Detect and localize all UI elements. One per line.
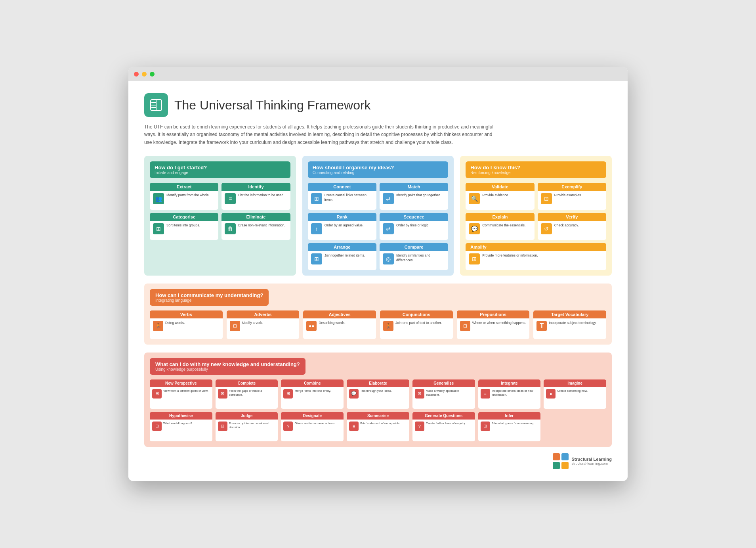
item-text: Order by an agreed value.	[325, 223, 364, 228]
initiate-header: How do I get started? Initiate and engag…	[150, 161, 290, 178]
list-item: Connect ⊞ Create causal links between it…	[308, 183, 376, 210]
know-text: Brief statement of main points.	[360, 422, 400, 426]
list-item: Conjunctions 🚶 Join one part of text to …	[380, 310, 453, 339]
know-body: ⊡ Form an opinion or considered decision…	[216, 420, 278, 441]
know-label: Hypothesise	[150, 412, 212, 420]
know-label: Designate	[281, 412, 344, 420]
item-body: ↑ Order by an agreed value.	[308, 221, 376, 240]
language-sub: Integrating language	[155, 298, 263, 303]
item-text: Join one part of text to another.	[395, 321, 442, 326]
lang-body: T Incorporate subject terminology.	[533, 318, 606, 339]
know-body: ⊞ View from a different point of view.	[150, 387, 212, 409]
language-section: How can I communicate my understanding? …	[144, 284, 612, 345]
initiate-section: How do I get started? Initiate and engag…	[144, 156, 296, 276]
list-item: Hypothesise ⊞ What would happen if...	[150, 412, 212, 441]
svg-rect-6	[561, 453, 569, 460]
know-body: ● Create something new.	[544, 387, 606, 409]
list-item: Adverbs ⊡ Modify a verb.	[227, 310, 300, 339]
svg-rect-7	[553, 462, 560, 469]
match-icon: ⇄	[383, 193, 394, 204]
close-button[interactable]	[134, 72, 139, 77]
item-text: Create causal links between items.	[325, 193, 373, 203]
item-body: 👥 Identify parts from the whole.	[150, 191, 218, 210]
verbs-icon: 🏃	[153, 321, 163, 331]
know-body: ? Create further lines of enquiry.	[412, 420, 475, 441]
sequence-icon: ⇄	[383, 223, 394, 234]
maximize-button[interactable]	[150, 72, 155, 77]
amplify-item: Amplify ⊞ Provide more features or infor…	[466, 243, 606, 270]
identify-icon: ≡	[225, 193, 236, 204]
know-body: ⊞ What would happen if...	[150, 420, 212, 441]
item-text: Identify similarities and differences.	[396, 253, 445, 263]
list-item: Target Vocabulary T Incorporate subject …	[533, 310, 606, 339]
lang-label: Verbs	[150, 310, 223, 318]
know-label: Elaborate	[347, 379, 409, 387]
know-label: Summarise	[347, 412, 409, 420]
validate-icon: 🔍	[469, 193, 480, 204]
know-header: How do I know this? Reinforcing knowledg…	[466, 161, 606, 178]
list-item: Compare ◎ Identify similarities and diff…	[380, 243, 448, 270]
lang-label: Prepositions	[457, 310, 530, 318]
item-label: Explain	[466, 213, 534, 221]
item-label: Extract	[150, 183, 218, 191]
item-label: Rank	[308, 213, 376, 221]
item-label: Verify	[538, 213, 606, 221]
knowledge-header: What can I do with my new knowledge and …	[150, 358, 305, 375]
perspective-icon: ⊞	[152, 389, 162, 399]
organise-header: How should I organise my ideas? Connecti…	[308, 161, 449, 178]
elaborate-icon: 💬	[349, 389, 359, 399]
know-label: Generalise	[412, 379, 475, 387]
list-item: Match ⇄ Identify pairs that go together.	[380, 183, 448, 210]
titlebar	[128, 67, 628, 81]
page-header: The Universal Thinking Framework	[144, 93, 612, 117]
item-body: ◎ Identify similarities and differences.	[380, 251, 448, 270]
list-item: Infer ⊞ Educated guess from reasoning.	[478, 412, 541, 441]
vocabulary-icon: T	[536, 321, 547, 331]
list-item: Summarise ≡ Brief statement of main poin…	[347, 412, 409, 441]
knowledge-row1: New Perspective ⊞ View from a different …	[150, 379, 606, 409]
knowledge-sub: Using knowledge purposefully	[155, 367, 300, 372]
know-label: Complete	[216, 379, 278, 387]
item-body: ⇄ Identify pairs that go together.	[380, 191, 448, 210]
list-item: Arrange ⊞ Join together related items.	[308, 243, 376, 270]
know-text: Talk through your ideas.	[360, 389, 392, 393]
framework-grid: How do I get started? Initiate and engag…	[144, 156, 612, 276]
item-text: Modify a verb.	[242, 321, 263, 326]
combine-icon: ⊞	[283, 389, 293, 399]
list-item: Explain 💬 Communicate the essentials.	[466, 213, 534, 240]
list-item: Designate ? Give a section a name or ter…	[281, 412, 344, 441]
know-label: Combine	[281, 379, 344, 387]
prepositions-icon: ⊡	[460, 321, 470, 331]
item-label: Sequence	[380, 213, 448, 221]
item-text: Identify pairs that go together.	[396, 193, 441, 198]
item-label: Exemplify	[538, 183, 606, 191]
arrange-icon: ⊞	[311, 253, 322, 264]
minimize-button[interactable]	[142, 72, 147, 77]
list-item: Prepositions ⊡ Where or when something h…	[457, 310, 530, 339]
lang-label: Target Vocabulary	[533, 310, 606, 318]
infer-icon: ⊞	[481, 422, 490, 431]
item-label: Match	[380, 183, 448, 191]
summarise-icon: ≡	[349, 422, 359, 431]
extract-icon: 👥	[153, 193, 164, 204]
organise-section: How should I organise my ideas? Connecti…	[302, 156, 454, 276]
brand-logo	[553, 453, 569, 469]
amplify-icon: ⊞	[469, 253, 480, 264]
item-label: Compare	[380, 243, 448, 251]
knowledge-section: What can I do with my new knowledge and …	[144, 353, 612, 447]
list-item: Combine ⊞ Merge items into one entity.	[281, 379, 344, 409]
explain-icon: 💬	[469, 223, 480, 234]
verify-icon: ↺	[541, 223, 552, 234]
organise-sub: Connecting and relating	[313, 171, 444, 175]
lang-body: ●● Describing words.	[303, 318, 376, 339]
item-text: Provide examples.	[554, 193, 582, 198]
know-text: Make a widely applicable statement.	[426, 389, 473, 397]
categorise-icon: ⊞	[153, 223, 164, 234]
know-sub: Reinforcing knowledge	[470, 171, 601, 175]
conjunctions-icon: 🚶	[383, 321, 393, 331]
lang-body: 🚶 Join one part of text to another.	[380, 318, 453, 339]
brand-website: structural-learning.com	[572, 462, 612, 466]
item-text: Order by time or logic.	[396, 223, 430, 228]
item-body: ⇄ Order by time or logic.	[380, 221, 448, 240]
item-body: 💬 Communicate the essentials.	[466, 221, 534, 240]
